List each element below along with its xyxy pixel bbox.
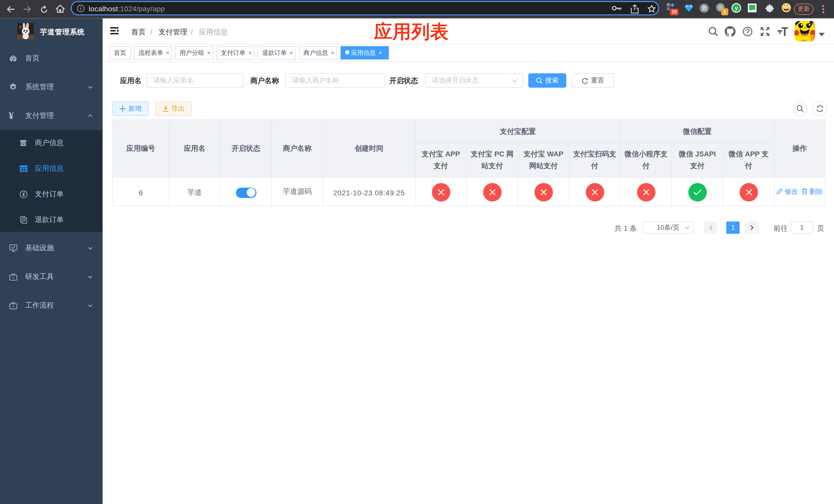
svg-text:y: y xyxy=(735,5,738,11)
